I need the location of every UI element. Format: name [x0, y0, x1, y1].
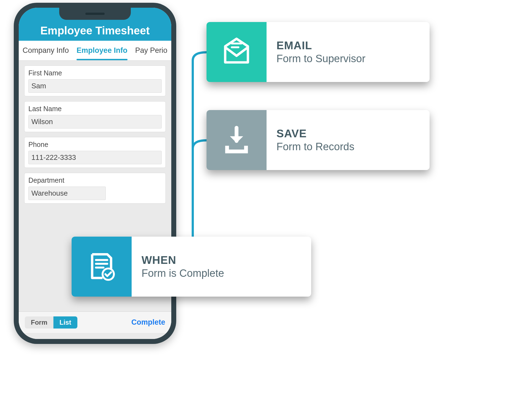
when-card-content: WHEN Form is Complete [132, 237, 234, 297]
input-last-name[interactable]: Wilson [28, 115, 162, 128]
complete-button[interactable]: Complete [131, 318, 165, 327]
when-icon-box [72, 237, 132, 297]
when-title: WHEN [142, 254, 224, 266]
app-title: Employee Timesheet [40, 24, 150, 37]
label-last-name: Last Name [28, 105, 162, 113]
seg-form[interactable]: Form [25, 316, 53, 329]
input-first-name[interactable]: Sam [28, 79, 162, 93]
email-sub: Form to Supervisor [276, 53, 365, 65]
phone-notch [59, 8, 131, 20]
tab-pay-period[interactable]: Pay Perio [135, 41, 167, 60]
trigger-card-when[interactable]: WHEN Form is Complete [72, 237, 311, 297]
seg-list[interactable]: List [53, 316, 77, 329]
save-sub: Form to Records [276, 141, 354, 153]
action-card-email[interactable]: EMAIL Form to Supervisor [207, 22, 430, 82]
email-title: EMAIL [276, 39, 365, 52]
view-segment: Form List [25, 316, 77, 329]
tab-employee-info[interactable]: Employee Info [77, 41, 127, 60]
input-phone[interactable]: 111-222-3333 [28, 151, 162, 164]
field-phone[interactable]: Phone 111-222-3333 [24, 137, 166, 168]
tab-bar: Company Info Employee Info Pay Perio [19, 41, 171, 61]
label-first-name: First Name [28, 69, 162, 77]
download-icon [221, 125, 252, 155]
save-title: SAVE [276, 127, 354, 140]
action-card-save[interactable]: SAVE Form to Records [207, 110, 430, 170]
bottom-bar: Form List Complete [19, 311, 171, 333]
tab-company-info[interactable]: Company Info [23, 41, 69, 60]
field-last-name[interactable]: Last Name Wilson [24, 101, 166, 132]
email-icon-box [207, 22, 267, 82]
save-card-content: SAVE Form to Records [267, 110, 364, 170]
when-sub: Form is Complete [142, 267, 224, 279]
input-department[interactable]: Warehouse [28, 187, 106, 200]
field-department[interactable]: Department Warehouse [24, 173, 166, 204]
form-check-icon [86, 251, 117, 282]
email-card-content: EMAIL Form to Supervisor [267, 22, 375, 82]
label-phone: Phone [28, 141, 162, 149]
label-department: Department [28, 176, 162, 184]
save-icon-box [207, 110, 267, 170]
diagram-stage: Employee Timesheet Company Info Employee… [0, 0, 532, 394]
field-first-name[interactable]: First Name Sam [24, 65, 166, 96]
email-icon [221, 37, 252, 67]
